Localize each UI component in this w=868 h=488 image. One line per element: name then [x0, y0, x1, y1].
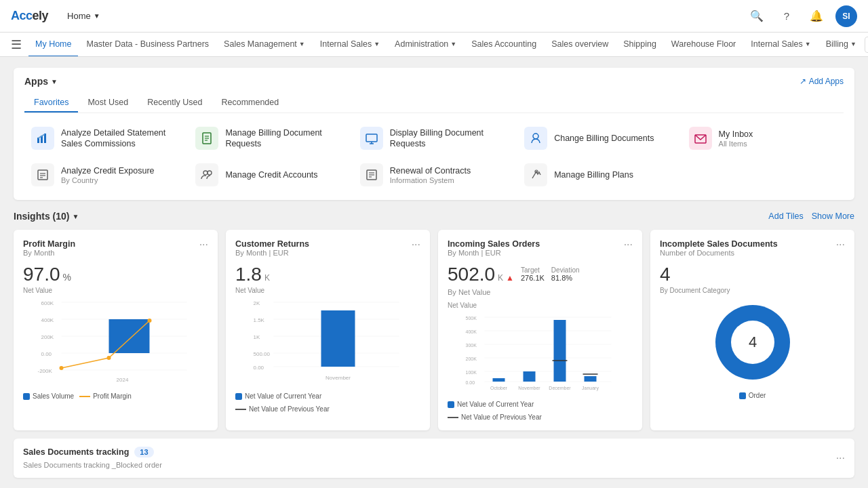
home-label: Home: [67, 11, 91, 21]
app-display-billing[interactable]: Display Billing Document Requests: [353, 121, 515, 155]
app-text-analyze-detailed: Analyze Detailed Statement Sales Commiss…: [61, 127, 179, 150]
nav-billing[interactable]: Billing ▼: [819, 33, 863, 57]
nav-sales-overview[interactable]: Sales overview: [545, 33, 615, 57]
app-my-inbox[interactable]: My Inbox All Items: [682, 121, 844, 155]
card-customer-returns-subtitle: By Month | EUR: [235, 249, 309, 257]
add-apps-button[interactable]: ↗ Add Apps: [800, 77, 844, 86]
card-profit-margin-value: 97.0 %: [23, 264, 208, 285]
svg-text:2K: 2K: [254, 300, 260, 306]
card-customer-returns-value: 1.8 K: [235, 264, 420, 285]
svg-text:4: 4: [748, 333, 756, 350]
card-incomplete-sales-header: Incomplete Sales Documents Number of Doc…: [660, 239, 845, 262]
nav-my-home[interactable]: My Home: [28, 33, 78, 57]
tracking-title: Sales Documents tracking: [23, 447, 129, 457]
avatar[interactable]: SI: [835, 5, 857, 27]
notification-icon-button[interactable]: 🔔: [806, 5, 827, 27]
card-profit-margin: Profit Margin By Month ··· 97.0 % Net Va…: [14, 230, 218, 430]
incoming-sales-label: By Net Value: [448, 288, 633, 296]
svg-point-10: [533, 134, 538, 139]
legend-previous-year-line: [235, 409, 246, 410]
insights-actions: Add Tiles Show More: [768, 211, 854, 221]
card-incomplete-sales: Incomplete Sales Documents Number of Doc…: [650, 230, 854, 430]
navbar: ☰ My Home Master Data - Business Partner…: [0, 33, 868, 57]
svg-rect-33: [109, 319, 150, 353]
tab-recently-used[interactable]: Recently Used: [138, 94, 212, 113]
nav-internal-sales[interactable]: Internal Sales ▼: [313, 33, 387, 57]
card-customer-returns-title: Customer Returns: [235, 239, 309, 249]
add-tiles-button[interactable]: Add Tiles: [768, 211, 803, 221]
svg-point-36: [148, 319, 152, 323]
tab-favorites[interactable]: Favorites: [24, 94, 78, 113]
apps-section: Apps ▼ ↗ Add Apps Favorites Most Used Re…: [14, 68, 854, 200]
app-analyze-detailed[interactable]: Analyze Detailed Statement Sales Commiss…: [24, 121, 186, 155]
legend-profit-margin-line: [79, 396, 90, 397]
incomplete-sales-legend: Order: [739, 392, 766, 399]
svg-text:November: November: [518, 386, 540, 390]
search-icon-button[interactable]: 🔍: [746, 5, 768, 27]
nav-sales-accounting[interactable]: Sales Accounting: [465, 33, 543, 57]
incoming-sales-legend: Net Value of Current Year Net Value of P…: [448, 401, 633, 421]
nav-master-data[interactable]: Master Data - Business Partners: [79, 33, 216, 57]
svg-text:November: November: [326, 375, 351, 381]
help-icon-button[interactable]: ?: [776, 5, 797, 27]
legend-sales-volume-dot: [23, 393, 30, 400]
svg-text:400K: 400K: [41, 317, 54, 323]
chevron-down-icon: ▼: [51, 78, 58, 85]
app-text-manage-credit: Manage Credit Accounts: [225, 169, 317, 180]
svg-text:-200K: -200K: [38, 368, 53, 374]
show-more-button[interactable]: Show More: [812, 211, 854, 221]
home-button[interactable]: Home ▼: [62, 8, 106, 24]
logo[interactable]: Accely: [11, 9, 48, 23]
svg-text:500K: 500K: [466, 316, 477, 321]
svg-text:0.00: 0.00: [466, 380, 475, 385]
nav-warehouse-floor[interactable]: Warehouse Floor: [665, 33, 743, 57]
nav-shipping[interactable]: Shipping: [616, 33, 663, 57]
nav-administration[interactable]: Administration ▼: [388, 33, 463, 57]
app-renewal-contracts[interactable]: Renewal of Contracts Information System: [353, 158, 515, 192]
svg-point-34: [60, 366, 64, 370]
insights-title[interactable]: Insights (10) ▼: [14, 211, 79, 222]
app-icon-renewal: [360, 163, 383, 186]
app-analyze-credit[interactable]: Analyze Credit Exposure By Country: [24, 158, 186, 192]
app-text-inbox: My Inbox All Items: [719, 129, 753, 148]
app-text-display-billing: Display Billing Document Requests: [390, 127, 508, 150]
tracking-menu[interactable]: ···: [836, 453, 845, 464]
nav-internal-sales-2[interactable]: Internal Sales ▼: [744, 33, 817, 57]
card-incomplete-sales-menu[interactable]: ···: [836, 239, 845, 250]
svg-point-35: [107, 356, 111, 360]
topbar-right: 🔍 ? 🔔 SI: [746, 5, 857, 27]
app-manage-credit[interactable]: Manage Credit Accounts: [189, 158, 350, 192]
svg-text:200K: 200K: [41, 334, 54, 340]
svg-text:October: October: [490, 386, 508, 390]
app-icon-inbox: [689, 127, 712, 150]
more-button[interactable]: More ▼: [865, 37, 868, 53]
legend-incoming-previous-line: [448, 417, 458, 418]
svg-text:December: December: [549, 386, 571, 390]
svg-rect-62: [493, 378, 505, 382]
svg-rect-48: [321, 310, 355, 367]
app-icon-change-billing: [524, 127, 547, 150]
tab-recommended[interactable]: Recommended: [212, 94, 288, 113]
customer-returns-chart: Net Value 2K 1.5K 1K 500.00 0.00: [235, 287, 420, 413]
hamburger-menu[interactable]: ☰: [11, 37, 22, 52]
svg-point-17: [208, 171, 212, 175]
app-manage-billing-doc[interactable]: Manage Billing Document Requests: [189, 121, 350, 155]
incoming-sales-metrics: Target 276.1K Deviation 81.8%: [521, 264, 580, 282]
nav-sales-management[interactable]: Sales Management ▼: [217, 33, 312, 57]
apps-title[interactable]: Apps ▼: [24, 76, 58, 87]
svg-text:January: January: [582, 386, 599, 391]
card-incoming-sales-value: 502.0 K ▲: [448, 264, 514, 285]
app-change-billing[interactable]: Change Billing Documents: [517, 121, 679, 155]
card-profit-margin-subtitle: By Month: [23, 249, 75, 257]
svg-text:1.5K: 1.5K: [254, 317, 265, 323]
app-manage-billing-plans[interactable]: Manage Billing Plans: [517, 158, 679, 192]
card-incoming-sales-menu[interactable]: ···: [624, 239, 633, 250]
card-customer-returns-menu[interactable]: ···: [412, 239, 420, 250]
app-text-change-billing: Change Billing Documents: [554, 133, 654, 144]
tab-most-used[interactable]: Most Used: [78, 94, 138, 113]
card-profit-margin-menu[interactable]: ···: [199, 239, 208, 250]
apps-grid: Analyze Detailed Statement Sales Commiss…: [24, 121, 844, 192]
svg-text:600K: 600K: [41, 300, 54, 306]
customer-returns-legend: Net Value of Current Year Net Value of P…: [235, 392, 420, 413]
incomplete-sales-chart-label: By Document Category: [660, 287, 845, 294]
